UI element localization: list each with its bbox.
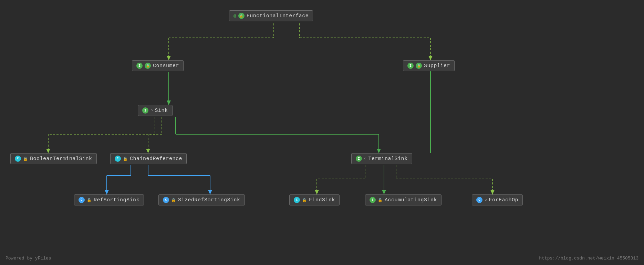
i-icon-supplier: I (407, 63, 414, 69)
node-consumer: I 🔒 Consumer (132, 60, 184, 71)
node-chained-reference: C 🔒 ChainedReference (110, 153, 187, 164)
node-terminal-sink: I ○ TerminalSink (351, 153, 412, 164)
lock-icon-supplier: 🔒 (416, 63, 422, 69)
c-icon-bts: C (15, 156, 21, 162)
lock-icon-fi: 🔒 (238, 13, 245, 19)
sink-label: Sink (155, 108, 168, 114)
lock-icon-as: 🔒 (378, 198, 383, 202)
node-supplier: I 🔒 Supplier (403, 60, 455, 71)
circle-icon-feo: ○ (485, 198, 487, 202)
circle-icon-ts: ○ (364, 157, 366, 161)
node-boolean-terminal-sink: C 🔒 BooleanTerminalSink (10, 153, 97, 164)
cr-label: ChainedReference (130, 156, 182, 162)
node-sized-ref-sorting-sink: C 🔒 SizedRefSortingSink (158, 194, 245, 205)
at-icon: @ (233, 13, 236, 19)
consumer-label: Consumer (153, 63, 179, 69)
svg-marker-9 (167, 100, 171, 105)
i-icon-consumer: I (136, 63, 143, 69)
svg-marker-38 (382, 190, 386, 194)
srss-label: SizedRefSortingSink (178, 197, 240, 203)
svg-marker-36 (315, 190, 319, 194)
svg-marker-7 (428, 56, 433, 60)
lock-icon-consumer: 🔒 (145, 63, 151, 69)
diagram-container: @ 🔒 FunctionalInterface I 🔒 Consumer I 🔒… (0, 0, 644, 265)
as-label: AccumulatingSink (385, 197, 437, 203)
node-functional-interface: @ 🔒 FunctionalInterface (229, 10, 313, 21)
c-icon-srss: C (163, 197, 169, 203)
connections-svg (0, 0, 644, 265)
c-icon-feo: C (476, 197, 482, 203)
svg-marker-13 (46, 149, 50, 153)
svg-marker-42 (490, 190, 495, 194)
footer-right: https://blog.csdn.net/weixin_45505313 (539, 256, 638, 261)
fs-label: FindSink (309, 197, 335, 203)
svg-marker-28 (105, 190, 109, 194)
node-accumulating-sink: I 🔒 AccumulatingSink (365, 194, 442, 205)
lock-icon-bts: 🔒 (23, 157, 28, 161)
feo-label: ForEachOp (489, 197, 519, 203)
i-icon-sink: I (142, 107, 148, 114)
node-for-each-op: C ○ ForEachOp (472, 194, 523, 205)
bts-label: BooleanTerminalSink (30, 156, 92, 162)
fi-label: FunctionalInterface (247, 13, 309, 19)
footer-left: Powered by yFiles (6, 256, 51, 261)
c-icon-fs: C (294, 197, 300, 203)
circle-icon-sink: ○ (150, 108, 153, 113)
node-ref-sorting-sink: C 🔒 RefSortingSink (74, 194, 144, 205)
svg-marker-17 (146, 149, 150, 153)
lock-icon-srss: 🔒 (171, 198, 176, 202)
i-icon-as: I (370, 197, 376, 203)
svg-marker-32 (208, 190, 212, 194)
lock-icon-rss: 🔒 (87, 198, 92, 202)
i-icon-ts: I (356, 156, 362, 162)
node-find-sink: C 🔒 FindSink (289, 194, 340, 205)
svg-marker-21 (377, 149, 381, 153)
lock-icon-cr: 🔒 (123, 157, 128, 161)
rss-label: RefSortingSink (94, 197, 139, 203)
lock-icon-fs: 🔒 (302, 198, 307, 202)
supplier-label: Supplier (424, 63, 450, 69)
c-icon-cr: C (115, 156, 121, 162)
c-icon-rss: C (79, 197, 85, 203)
svg-marker-3 (167, 56, 171, 60)
ts-label: TerminalSink (368, 156, 408, 162)
node-sink: I ○ Sink (138, 105, 173, 116)
